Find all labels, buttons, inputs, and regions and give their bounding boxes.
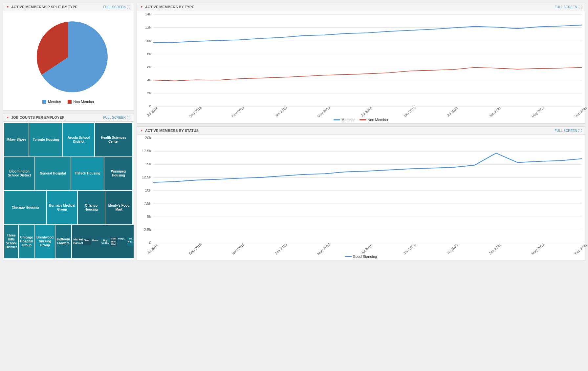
line-top-title-text: ACTIVE MEMBERS BY TYPE <box>145 5 194 9</box>
svg-text:Jan 2019: Jan 2019 <box>274 106 288 118</box>
treemap-row-2: Bloomington School District General Hosp… <box>4 157 132 191</box>
line-bottom-fullscreen-label: FULL SCREEN <box>555 129 577 133</box>
svg-text:Jan 2021: Jan 2021 <box>488 106 502 118</box>
treemap-cell-general-hospital[interactable]: General Hospital <box>35 157 70 191</box>
collapse-triangle-line-bottom[interactable]: ▼ <box>140 129 143 132</box>
pie-panel-title: ▼ ACTIVE MEMBERSHIP SPLIT BY TYPE <box>6 5 77 9</box>
line-top-header: ▼ ACTIVE MEMBERS BY TYPE FULL SCREEN ⛶ <box>137 3 585 11</box>
line-bottom-chart-area: 0 2.5k 5k 7.5k 10k 12.5k 15k 17.5k 20k J… <box>137 135 585 253</box>
svg-text:4k: 4k <box>147 78 151 82</box>
treemap-cell-chicago-housing[interactable]: Chicago Housing <box>4 191 46 224</box>
collapse-triangle-treemap[interactable]: ▼ <box>6 116 9 119</box>
treemap-cell-orlando[interactable]: Orlando Housing <box>78 191 105 224</box>
line-bottom-title: ▼ ACTIVE MEMBERS BY STATUS <box>140 129 199 133</box>
treemap: Mikey Shoes Toronto Housing Arcola Schoo… <box>3 122 134 259</box>
good-standing-legend-line <box>345 256 352 257</box>
treemap-cell-health-sciences[interactable]: Health Sciences Center <box>95 123 132 156</box>
line-top-fullscreen-icon: ⛶ <box>578 5 582 9</box>
treemap-row-3: Chicago Housing Burnaby Medical Group Or… <box>4 191 132 224</box>
treemap-cell-mikey-shoes[interactable]: Mikey Shoes <box>4 123 29 156</box>
treemap-row-4: Three Hills School District Chicago Hosp… <box>4 225 132 258</box>
non-member-legend-line <box>359 119 366 120</box>
svg-text:0: 0 <box>149 104 151 108</box>
line-top-svg: 0 2k 4k 6k 8k 10k 12k 14k Jul 2018 Sep 2… <box>153 14 582 106</box>
line-bottom-title-text: ACTIVE MEMBERS BY STATUS <box>145 129 199 133</box>
treemap-cell-toronto-housing[interactable]: Toronto Housing <box>29 123 62 156</box>
treemap-cell-chicago-hospital[interactable]: Chicago Hospital Group <box>19 225 34 258</box>
svg-text:15k: 15k <box>145 162 151 166</box>
svg-text:0: 0 <box>149 241 151 245</box>
svg-text:5k: 5k <box>147 215 151 218</box>
svg-text:14k: 14k <box>145 12 152 16</box>
non-member-legend-label-top: Non Member <box>367 118 388 122</box>
svg-text:6k: 6k <box>147 65 151 69</box>
svg-text:12.5k: 12.5k <box>142 175 151 179</box>
svg-text:Sep 2018: Sep 2018 <box>188 106 203 118</box>
treemap-cell-brentwood[interactable]: Brentwood Nursing Group <box>35 225 55 258</box>
treemap-row-1: Mikey Shoes Toronto Housing Arcola Schoo… <box>4 123 132 156</box>
treemap-cell-hospi[interactable]: Hospi... <box>117 237 127 246</box>
treemap-cell-inbloom[interactable]: InBloom Flowers <box>55 225 71 258</box>
member-legend-label: Member <box>48 100 61 104</box>
collapse-triangle-pie[interactable]: ▼ <box>6 5 9 9</box>
svg-text:12k: 12k <box>145 26 152 29</box>
pie-title-text: ACTIVE MEMBERSHIP SPLIT BY TYPE <box>11 5 77 9</box>
treemap-cell-winnipeg[interactable]: Winnipeg Housing <box>104 157 132 191</box>
line-bottom-panel: ▼ ACTIVE MEMBERS BY STATUS FULL SCREEN ⛶ <box>137 126 585 260</box>
treemap-header: ▼ JOB COUNTS PER EMPLOYER FULL SCREEN ⛶ <box>3 113 134 122</box>
dashboard: ▼ ACTIVE MEMBERSHIP SPLIT BY TYPE FULL S… <box>0 0 588 263</box>
line-bottom-header: ▼ ACTIVE MEMBERS BY STATUS FULL SCREEN ⛶ <box>137 127 585 135</box>
treemap-cell-com[interactable]: Com Scho Dist <box>110 237 117 246</box>
treemap-cell-montys[interactable]: Monty's Food Mart <box>105 191 132 224</box>
svg-text:Nov 2018: Nov 2018 <box>231 106 246 118</box>
pie-panel-header: ▼ ACTIVE MEMBERSHIP SPLIT BY TYPE FULL S… <box>3 3 134 11</box>
treemap-cell-buy[interactable]: Buy Good... <box>101 238 110 245</box>
collapse-triangle-line-top[interactable]: ▼ <box>140 5 143 9</box>
non-member-legend-item: Non Member <box>68 100 94 104</box>
good-standing-legend-label: Good Standing <box>353 255 377 258</box>
treemap-cell-market-basket[interactable]: Market Basket Char... Beau... Buy Good..… <box>72 225 134 258</box>
good-standing-legend: Good Standing <box>345 255 377 258</box>
line-top-fullscreen-btn[interactable]: FULL SCREEN ⛶ <box>555 5 582 9</box>
svg-text:7.5k: 7.5k <box>144 202 151 205</box>
svg-text:10k: 10k <box>145 189 151 192</box>
pie-fullscreen-icon: ⛶ <box>127 5 130 9</box>
svg-text:Jan 2020: Jan 2020 <box>402 106 416 118</box>
non-member-legend: Non Member <box>359 118 388 122</box>
treemap-cell-arcola[interactable]: Arcola School District <box>63 123 94 156</box>
treemap-cell-beau[interactable]: Beau... <box>92 238 100 245</box>
pie-chart-svg <box>29 18 108 96</box>
treemap-cell-three-hills[interactable]: Three Hills School District <box>4 225 18 258</box>
member-legend-line <box>334 119 340 120</box>
treemap-cell-char[interactable]: Char... <box>83 238 91 245</box>
treemap-title-text: JOB COUNTS PER EMPLOYER <box>11 115 65 119</box>
treemap-cell-bloomington[interactable]: Bloomington School District <box>4 157 34 191</box>
line-bottom-legend: Good Standing <box>137 253 585 260</box>
non-member-legend-dot <box>68 100 72 104</box>
line-bottom-fullscreen-btn[interactable]: FULL SCREEN ⛶ <box>555 129 582 133</box>
pie-container: Member Non Member <box>3 11 134 110</box>
svg-text:Jul 2019: Jul 2019 <box>360 106 373 117</box>
svg-text:17.5k: 17.5k <box>142 149 151 153</box>
pie-legend: Member Non Member <box>42 100 94 104</box>
treemap-cell-burnaby[interactable]: Burnaby Medical Group <box>47 191 77 224</box>
treemap-fullscreen-btn[interactable]: FULL SCREEN ⛶ <box>103 116 130 119</box>
svg-text:Jul 2018: Jul 2018 <box>146 106 159 117</box>
treemap-container: Mikey Shoes Toronto Housing Arcola Schoo… <box>3 122 134 259</box>
svg-text:10k: 10k <box>145 39 152 43</box>
member-legend-label-top: Member <box>341 118 355 122</box>
pie-fullscreen-label: FULL SCREEN <box>103 5 126 9</box>
pie-fullscreen-btn[interactable]: FULL SCREEN ⛶ <box>103 5 130 9</box>
treemap-title: ▼ JOB COUNTS PER EMPLOYER <box>6 115 65 119</box>
svg-text:2k: 2k <box>147 91 151 95</box>
treemap-panel: ▼ JOB COUNTS PER EMPLOYER FULL SCREEN ⛶ … <box>3 113 134 260</box>
good-standing-line <box>153 153 582 182</box>
treemap-cell-tritech[interactable]: TriTech Housing <box>71 157 104 191</box>
svg-text:Sep 2021: Sep 2021 <box>574 106 588 118</box>
non-member-legend-label: Non Member <box>73 100 94 104</box>
line-top-chart-area: 0 2k 4k 6k 8k 10k 12k 14k Jul 2018 Sep 2… <box>137 11 585 116</box>
line-bottom-fullscreen-icon: ⛶ <box>578 129 582 133</box>
treemap-cell-flo[interactable]: Flo Hig... <box>127 237 134 246</box>
line-top-panel: ▼ ACTIVE MEMBERS BY TYPE FULL SCREEN ⛶ <box>137 3 585 124</box>
svg-text:Jul 2020: Jul 2020 <box>446 106 459 117</box>
